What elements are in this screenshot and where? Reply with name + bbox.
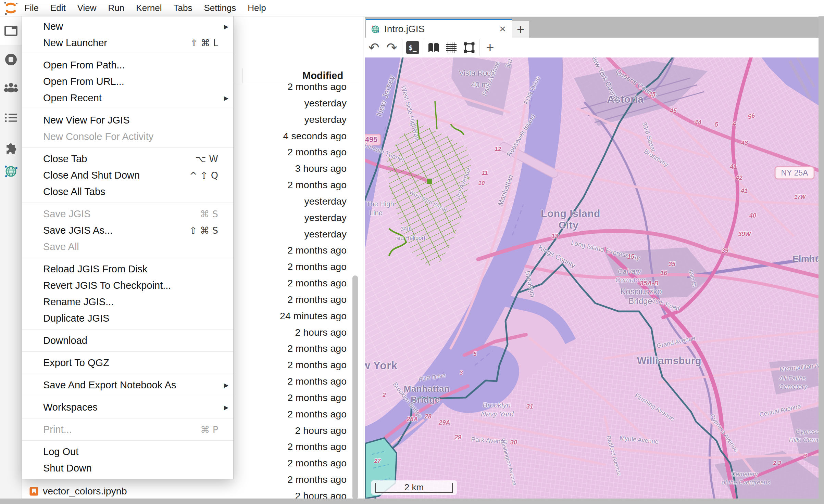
- map-label: New Jersey: [374, 74, 397, 118]
- menubar-item[interactable]: Run: [102, 0, 130, 16]
- sidebar-item-file-browser[interactable]: [0, 25, 22, 37]
- menubar-item[interactable]: Help: [242, 0, 272, 16]
- menu-item[interactable]: Log Out ▸: [22, 443, 233, 460]
- menu-item[interactable]: New Console For Activity ▸: [22, 128, 233, 145]
- menu-item[interactable]: Shut Down ▸: [22, 460, 233, 476]
- grid-icon: [446, 42, 457, 53]
- file-row-modified-cell[interactable]: 2 months ago: [230, 441, 347, 453]
- sidebar-item-collaboration[interactable]: [0, 82, 22, 93]
- tab-close-icon[interactable]: ×: [499, 23, 506, 35]
- menubar-item[interactable]: View: [72, 0, 102, 16]
- menu-item[interactable]: New View For JGIS ▸: [22, 112, 233, 128]
- menu-item[interactable]: Close All Tabs ▸: [22, 183, 233, 200]
- file-row-modified-cell[interactable]: 2 months ago: [230, 245, 347, 256]
- add-layer-button[interactable]: +: [481, 39, 499, 56]
- map-label: 3: [460, 370, 463, 376]
- grid-layer-button[interactable]: [442, 39, 460, 56]
- file-row-modified-cell[interactable]: 2 months ago: [230, 359, 347, 371]
- file-row-modified-cell[interactable]: 2 months ago: [230, 179, 347, 191]
- menu-item[interactable]: Save All ▸: [22, 238, 233, 255]
- menu-item[interactable]: Rename JGIS... ▸: [22, 294, 233, 310]
- file-row-modified-cell[interactable]: 2 months ago: [230, 81, 347, 93]
- map-label: 28: [425, 413, 432, 420]
- file-row-modified-cell[interactable]: 2 months ago: [230, 409, 347, 420]
- file-row-modified-cell[interactable]: 2 months ago: [230, 294, 347, 306]
- sidebar-item-extension-manager[interactable]: [0, 140, 22, 154]
- menubar-item[interactable]: Edit: [45, 0, 72, 16]
- map-label: FDR Drive: [522, 75, 542, 106]
- file-row-modified-cell[interactable]: 2 months ago: [230, 261, 347, 273]
- file-list-scrollbar[interactable]: [352, 275, 358, 500]
- map-label: 5: [715, 121, 718, 128]
- file-row-modified-cell[interactable]: 2 months ago: [230, 457, 347, 469]
- file-row-modified-cell[interactable]: yesterday: [230, 98, 347, 109]
- menu-item[interactable]: Open From Path... ▸: [22, 57, 233, 73]
- menu-item[interactable]: Download ▸: [22, 332, 233, 349]
- tab-intro-jgis[interactable]: Intro.jGIS ×: [366, 19, 512, 38]
- map-canvas[interactable]: New JerseyVista Rock40 mWest Side Highwa…: [365, 57, 819, 499]
- file-row-modified-cell[interactable]: 2 months ago: [230, 474, 347, 486]
- map-label: Roosevelt Island: [505, 113, 537, 158]
- sidebar-item-jupytergis[interactable]: [0, 164, 22, 178]
- toolbar-separator: [402, 39, 402, 56]
- map-label: Navy Yard: [481, 410, 514, 418]
- menubar-item[interactable]: Tabs: [167, 0, 198, 16]
- map-label: 45: [670, 107, 677, 115]
- identify-button[interactable]: [425, 39, 442, 56]
- menu-item[interactable]: Open From URL... ▸: [22, 73, 233, 90]
- menubar-item[interactable]: Settings: [198, 0, 242, 16]
- menu-item[interactable]: Export To QGZ ▸: [22, 354, 233, 371]
- map-label: 13: [551, 233, 558, 240]
- file-row-modified-cell[interactable]: 2 months ago: [230, 343, 347, 354]
- map-label: 42: [736, 175, 742, 182]
- undo-button[interactable]: ↶: [365, 39, 383, 56]
- menu-item[interactable]: Reload JGIS From Disk ▸: [22, 261, 233, 277]
- file-row-modified-cell[interactable]: 4 seconds ago: [230, 130, 347, 142]
- menu-item[interactable]: Open Recent ▸: [22, 90, 233, 106]
- map-label: Grand Avenue: [656, 335, 696, 350]
- file-row-modified-cell[interactable]: yesterday: [230, 212, 347, 224]
- redo-button[interactable]: ↷: [383, 39, 401, 56]
- menu-item[interactable]: Print... ⌘ P ▸: [22, 421, 233, 438]
- jupytergis-globe-icon: [371, 24, 380, 34]
- file-row-modified-cell[interactable]: 3 hours ago: [230, 163, 347, 175]
- console-button[interactable]: $_: [404, 39, 422, 56]
- file-row-modified-cell[interactable]: 2 hours ago: [230, 327, 347, 338]
- menu-item[interactable]: Save JGIS As... ⇧ ⌘ S ▸: [22, 222, 233, 238]
- menu-item[interactable]: Save JGIS ⌘ S ▸: [22, 206, 233, 222]
- file-row-modified-cell[interactable]: yesterday: [230, 229, 347, 240]
- map-label: 44: [695, 119, 701, 126]
- file-row-modified-cell[interactable]: 2 hours ago: [230, 425, 347, 437]
- file-row-modified-cell[interactable]: 2 months ago: [230, 146, 347, 158]
- file-row-modified-cell[interactable]: 24 minutes ago: [230, 310, 347, 322]
- sidebar-item-running-kernels[interactable]: [0, 53, 22, 66]
- file-row-modified-cell[interactable]: 2 months ago: [230, 392, 347, 404]
- menu-item[interactable]: New ▸: [22, 18, 233, 35]
- menubar-item[interactable]: Kernel: [130, 0, 167, 16]
- menu-item[interactable]: Close Tab ⌥ W ▸: [22, 151, 233, 167]
- map-label: Cypress Avenue: [708, 413, 740, 453]
- map-label: Myrtle Avenue: [619, 435, 659, 446]
- map-label: Cypress: [796, 428, 819, 436]
- map-label: 28A: [407, 416, 418, 423]
- menu-item[interactable]: Close And Shut Down ^ ⇧ Q ▸: [22, 167, 233, 183]
- menubar-item[interactable]: File: [18, 0, 45, 16]
- map-label: 3rd: [504, 58, 514, 69]
- file-row-modified-cell[interactable]: 2 months ago: [230, 277, 347, 289]
- stop-circle-icon: [4, 53, 17, 66]
- file-row[interactable]: vector_colors.ipynb: [29, 486, 127, 497]
- sidebar-item-table-of-contents[interactable]: [0, 113, 22, 123]
- file-row-modified-cell[interactable]: yesterday: [230, 196, 347, 207]
- menu-item[interactable]: Workspaces ▸: [22, 399, 233, 415]
- panel-divider[interactable]: [363, 16, 363, 499]
- menu-item[interactable]: Save And Export Notebook As ▸: [22, 377, 233, 393]
- menu-item[interactable]: Revert JGIS To Checkpoint... ▸: [22, 277, 233, 294]
- map-label: 39: [722, 247, 728, 255]
- menu-item[interactable]: Duplicate JGIS ▸: [22, 310, 233, 326]
- file-row-modified-cell[interactable]: yesterday: [230, 114, 347, 126]
- file-row-modified-cell[interactable]: 2 months ago: [230, 376, 347, 387]
- select-geometry-button[interactable]: [460, 39, 478, 56]
- menu-item[interactable]: New Launcher ⇧ ⌘ L ▸: [22, 35, 233, 51]
- map-label: Kosciuszko: [620, 287, 662, 296]
- new-tab-button[interactable]: +: [512, 21, 529, 38]
